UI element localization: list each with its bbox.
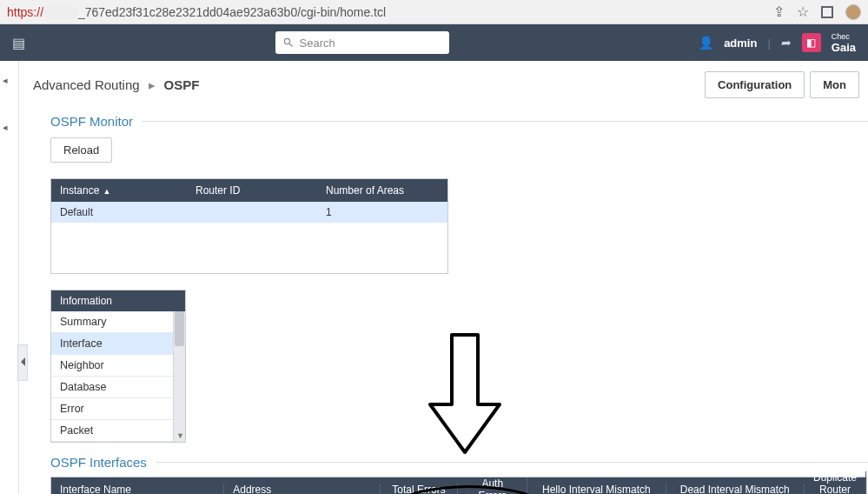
breadcrumb: Advanced Routing ▸ OSPF — [33, 77, 199, 93]
search-icon — [282, 37, 295, 49]
page-icon[interactable]: ▤ — [12, 35, 25, 51]
chevron-right-icon: ▸ — [149, 77, 156, 93]
share-icon[interactable]: ⇪ — [773, 3, 785, 20]
cell-num-areas: 1 — [317, 206, 447, 218]
chevron-left-icon[interactable]: ◂ — [3, 75, 8, 86]
reload-button[interactable]: Reload — [50, 137, 112, 163]
ospf-interfaces-table: Interface Name Address Total Errors Auth… — [50, 477, 867, 494]
sidebar-collapse-handle[interactable] — [17, 344, 28, 381]
left-rail: ◂ ◂ — [0, 61, 19, 494]
col-router-id[interactable]: Router ID — [187, 184, 317, 197]
information-listbox: Information Summary Interface Neighbor D… — [50, 290, 186, 443]
col-num-areas[interactable]: Number of Areas — [317, 184, 447, 197]
app-top-bar: ▤ Search 👤 admin | ➦ ◧ Chec Gaia — [0, 24, 868, 61]
configuration-button[interactable]: Configuration — [705, 71, 805, 98]
instance-row[interactable]: Default 1 — [51, 202, 447, 223]
col-instance[interactable]: Instance▲ — [51, 184, 187, 197]
monitor-button[interactable]: Mon — [810, 71, 859, 98]
browser-url-bar: https:// _767ed23f31c28e2321dd04ae923a63… — [0, 0, 868, 24]
col-total-errors[interactable]: Total Errors — [381, 484, 459, 494]
scroll-down-icon[interactable]: ▼ — [176, 431, 184, 440]
search-placeholder: Search — [300, 37, 335, 50]
url-protocol: https:// — [7, 5, 43, 19]
col-hello-mismatch[interactable]: Hello Interval Mismatch — [527, 484, 666, 494]
pin-icon[interactable]: ◂ — [3, 122, 8, 133]
info-item-error[interactable]: Error — [51, 398, 185, 420]
ospf-monitor-title: OSPF Monitor — [50, 114, 868, 129]
logout-icon[interactable]: ➦ — [781, 36, 792, 50]
breadcrumb-current: OSPF — [164, 77, 200, 92]
info-item-interface[interactable]: Interface — [51, 333, 185, 355]
breadcrumb-parent[interactable]: Advanced Routing — [33, 77, 140, 92]
star-icon[interactable]: ☆ — [797, 3, 809, 20]
username-label[interactable]: admin — [724, 37, 757, 50]
profile-avatar[interactable] — [845, 4, 861, 20]
col-interface-name[interactable]: Interface Name — [51, 484, 224, 494]
url-host-redacted — [43, 5, 78, 19]
info-item-summary[interactable]: Summary — [51, 311, 185, 333]
url-path: _767ed23f31c28e2321dd04ae923a63b0/cgi-bi… — [78, 5, 386, 19]
ospf-interfaces-title: OSPF Interfaces — [50, 455, 868, 470]
col-dead-mismatch[interactable]: Dead Interval Mismatch — [666, 484, 805, 494]
info-item-database[interactable]: Database — [51, 377, 185, 398]
search-input[interactable]: Search — [275, 31, 449, 54]
instance-table: Instance▲ Router ID Number of Areas Defa… — [50, 178, 448, 274]
main-area: ◂ ◂ Advanced Routing ▸ OSPF Configuratio… — [0, 61, 868, 494]
info-item-neighbor[interactable]: Neighbor — [51, 355, 185, 377]
cell-instance: Default — [51, 206, 187, 218]
url-text[interactable]: https:// _767ed23f31c28e2321dd04ae923a63… — [7, 5, 766, 19]
listbox-scrollbar[interactable]: ▼ — [173, 311, 185, 442]
brand-text: Chec Gaia — [832, 30, 856, 54]
col-address[interactable]: Address — [224, 484, 380, 494]
extension-icon[interactable] — [821, 6, 833, 18]
breadcrumb-row: Advanced Routing ▸ OSPF Configuration Mo… — [33, 71, 868, 98]
sort-asc-icon: ▲ — [103, 187, 110, 196]
brand-logo: ◧ — [802, 33, 821, 52]
information-header: Information — [51, 290, 185, 311]
scrollbar-thumb[interactable] — [175, 311, 184, 346]
user-icon: 👤 — [699, 36, 713, 50]
col-duplicate-router-id[interactable]: Duplicate Router ID — [805, 471, 866, 494]
info-item-packet[interactable]: Packet — [51, 420, 185, 442]
col-auth-errors[interactable]: Auth Errors — [458, 477, 527, 494]
browser-actions: ⇪ ☆ — [773, 3, 861, 20]
instance-table-empty — [51, 223, 447, 273]
